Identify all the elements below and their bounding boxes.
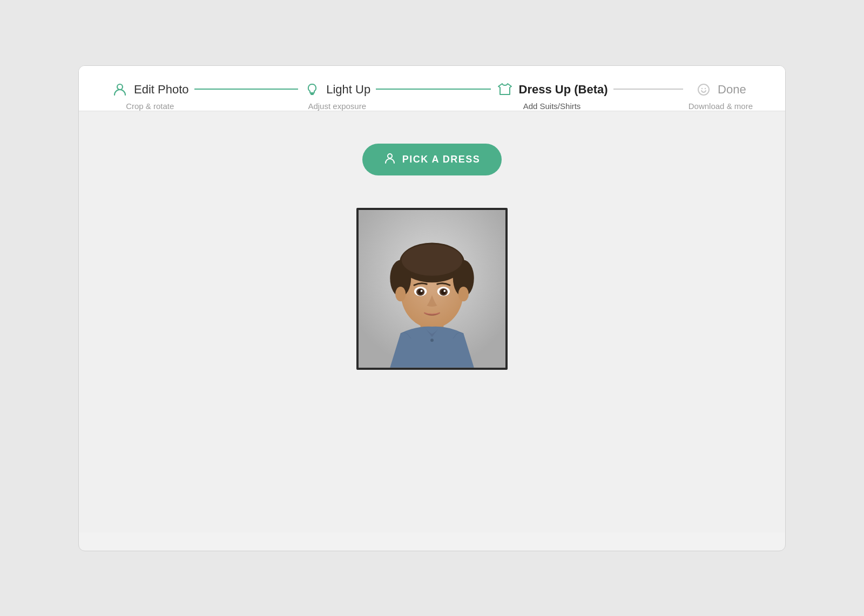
svg-point-13: [458, 287, 469, 301]
lightbulb-icon: [303, 81, 321, 98]
step-light-up-header: Light Up: [303, 81, 370, 98]
connector-2: [376, 89, 490, 90]
step-edit-photo[interactable]: Edit Photo Crop & rotate: [111, 81, 189, 111]
step-dress-up[interactable]: Dress Up (Beta) Add Suits/Shirts: [496, 81, 608, 111]
step-done[interactable]: Done Download & more: [688, 81, 753, 111]
main-content: PICK A DRESS: [79, 111, 785, 532]
svg-point-1: [698, 84, 709, 95]
step-edit-photo-title: Edit Photo: [134, 83, 189, 97]
stepper-steps: Edit Photo Crop & rotate: [111, 81, 753, 111]
smile-icon: [695, 81, 712, 98]
connector-3: [613, 89, 683, 90]
step-dress-up-header: Dress Up (Beta): [496, 81, 608, 98]
svg-point-22: [430, 339, 434, 342]
step-dress-up-group: Dress Up (Beta) Add Suits/Shirts: [496, 81, 688, 111]
step-dress-up-title: Dress Up (Beta): [519, 83, 608, 97]
step-light-up[interactable]: Light Up Adjust exposure: [303, 81, 370, 111]
svg-point-21: [443, 289, 446, 292]
step-edit-photo-subtitle: Crop & rotate: [126, 101, 174, 111]
photo-frame: [356, 208, 508, 370]
step-dress-up-subtitle: Add Suits/Shirts: [523, 101, 581, 111]
svg-point-3: [705, 87, 706, 89]
step-edit-photo-group: Edit Photo Crop & rotate: [111, 81, 303, 111]
step-done-subtitle: Download & more: [688, 101, 753, 111]
svg-point-2: [701, 87, 703, 89]
svg-point-19: [441, 289, 447, 294]
stepper-header: Edit Photo Crop & rotate: [79, 66, 785, 111]
person-icon: [111, 81, 129, 98]
pick-dress-button[interactable]: PICK A DRESS: [362, 144, 502, 175]
svg-point-12: [395, 287, 406, 301]
step-light-up-subtitle: Adjust exposure: [308, 101, 366, 111]
svg-point-4: [388, 154, 392, 158]
svg-point-11: [402, 244, 463, 275]
svg-point-0: [117, 84, 123, 90]
step-done-title: Done: [718, 83, 746, 97]
step-edit-photo-header: Edit Photo: [111, 81, 189, 98]
shirt-icon: [496, 81, 514, 98]
step-done-header: Done: [695, 81, 746, 98]
svg-point-20: [421, 289, 423, 292]
connector-1: [194, 89, 299, 90]
portrait-image: [359, 208, 505, 370]
svg-point-18: [418, 289, 423, 294]
pick-dress-person-icon: [384, 152, 396, 167]
pick-dress-label: PICK A DRESS: [402, 154, 481, 165]
step-light-up-group: Light Up Adjust exposure: [303, 81, 496, 111]
step-light-up-title: Light Up: [326, 83, 370, 97]
app-container: Edit Photo Crop & rotate: [78, 65, 786, 551]
